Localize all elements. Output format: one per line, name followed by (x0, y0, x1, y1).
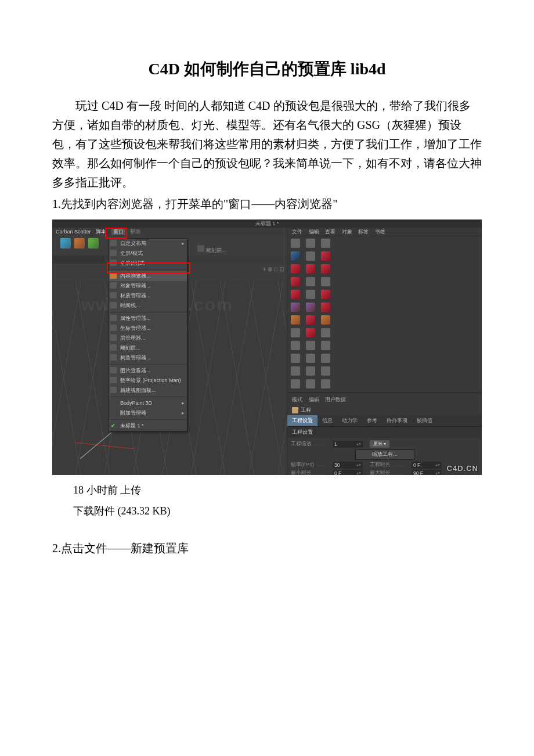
scale-unit[interactable]: 厘米 ▾ (370, 440, 389, 448)
palette-icon[interactable] (321, 354, 330, 363)
palette-icon[interactable] (291, 366, 300, 376)
om-view[interactable]: 查看 (325, 229, 335, 235)
palette-icon[interactable] (291, 251, 300, 261)
menu-item-attr-mgr[interactable]: 属性管理器... (109, 314, 187, 323)
palette-icon[interactable] (321, 315, 330, 325)
cube-icon[interactable] (74, 238, 85, 249)
palette-icon[interactable] (306, 328, 315, 337)
palette-icon[interactable] (306, 315, 315, 325)
projtime-label: 工程时长 (370, 462, 412, 469)
palette-icon[interactable] (291, 303, 300, 312)
palette-icon[interactable] (321, 277, 330, 286)
mode-userdata[interactable]: 用户数据 (325, 397, 346, 402)
palette-icon[interactable] (291, 290, 300, 299)
palette-icon[interactable] (306, 379, 315, 388)
menu-item-material-mgr[interactable]: 材质管理器... (109, 291, 187, 301)
palette-icon[interactable] (306, 239, 315, 248)
palette-icon[interactable] (291, 239, 300, 248)
palette-icon[interactable] (321, 328, 330, 337)
upload-time: 18 小时前 上传 (52, 480, 482, 501)
tab-interp[interactable]: 帧插值 (412, 415, 437, 426)
palette-icon[interactable] (291, 354, 300, 363)
menu-item-layout[interactable]: 自定义布局▸ (109, 239, 187, 249)
om-file[interactable]: 文件 (292, 229, 302, 235)
tab-info[interactable]: 信息 (317, 415, 337, 426)
palette-icon[interactable] (291, 379, 300, 388)
tab-todo[interactable]: 待办事项 (382, 415, 412, 426)
project-icon (292, 407, 298, 413)
om-tags[interactable]: 标签 (358, 229, 369, 235)
om-object[interactable]: 对象 (342, 229, 352, 235)
cube-icon[interactable] (60, 238, 71, 249)
palette-icon[interactable] (306, 264, 315, 273)
palette-icon[interactable] (306, 366, 315, 376)
menu-item-picture-viewer[interactable]: 图片查看器... (109, 366, 187, 376)
viewport-toolbar: 雕刻层... (197, 245, 226, 254)
object-manager-menu: 文件 编辑 查看 对象 标签 书签 (287, 228, 482, 236)
palette-icon[interactable] (306, 277, 315, 286)
menu-item-extra-mgr[interactable]: 附加管理器▸ (109, 408, 187, 418)
viewport-nav-icons[interactable]: + ⊕ □ ⊡ (263, 266, 284, 272)
palette-icon[interactable] (306, 341, 315, 350)
palette-icon[interactable] (306, 354, 315, 363)
menu-item-sculpt-layer[interactable]: 雕刻层... (109, 343, 187, 353)
palette-icon[interactable] (321, 303, 330, 312)
window-menu-dropdown[interactable]: 自定义布局▸ 全屏/模式 全屏(组)式 内容浏览器... 对象管理器... 材质… (108, 238, 187, 431)
mode-mode[interactable]: 模式 (292, 397, 302, 402)
palette-icon[interactable] (306, 303, 315, 312)
menubar-carbon[interactable]: Carbon Scatter (56, 229, 91, 235)
menubar-script[interactable]: 脚本 (96, 229, 106, 235)
scale-value[interactable]: 1▴▾ (333, 441, 363, 448)
sculpt-icon[interactable] (197, 245, 204, 252)
menu-item-coord-mgr[interactable]: 坐标管理器... (109, 323, 187, 333)
menu-item-new-viewport[interactable]: 新建视图面板... (109, 386, 187, 395)
menu-item-fullscreen1[interactable]: 全屏/模式 (109, 249, 187, 258)
palette-icon[interactable] (291, 277, 300, 286)
menu-item-timeline[interactable]: 时间线... (109, 301, 187, 311)
palette-icon[interactable] (291, 315, 300, 325)
menubar-window[interactable]: 窗口 (111, 228, 125, 235)
step-2: 2.点击文件——新建预置库 (52, 539, 482, 558)
menu-item-content-browser[interactable]: 内容浏览器... (109, 271, 187, 281)
om-bookmark[interactable]: 书签 (375, 229, 385, 235)
palette-icon[interactable] (321, 341, 330, 350)
palette-icon[interactable] (321, 379, 330, 388)
palette-icon[interactable] (321, 251, 330, 261)
palette-icon[interactable] (321, 264, 330, 273)
max-value[interactable]: 90 F▴▾ (412, 470, 442, 475)
download-attachment[interactable]: 下载附件 (243.32 KB) (52, 501, 482, 521)
om-edit[interactable]: 编辑 (309, 229, 319, 235)
palette-icon[interactable] (291, 341, 300, 350)
menu-item-bodypaint[interactable]: BodyPaint 3D▸ (109, 398, 187, 408)
palette-icon[interactable] (321, 290, 330, 299)
min-value[interactable]: 0 F▴▾ (333, 470, 363, 475)
page-title: C4D 如何制作自己的预置库 lib4d (52, 58, 482, 80)
palette-icon[interactable] (306, 290, 315, 299)
palette-icon[interactable] (291, 264, 300, 273)
project-row: 工程 (287, 405, 482, 415)
palette-icon[interactable] (306, 251, 315, 261)
scale-project-button[interactable]: 缩放工程... (355, 449, 414, 460)
projtime-value[interactable]: 0 F▴▾ (412, 462, 442, 469)
attribute-tabs: 工程设置 信息 动力学 参考 待办事项 帧插值 (287, 415, 482, 426)
menu-item-untitled[interactable]: ✔未标题 1 * (109, 421, 187, 431)
menu-item-fullscreen2[interactable]: 全屏(组)式 (109, 258, 187, 268)
menu-item-object-mgr[interactable]: 对象管理器... (109, 281, 187, 291)
menu-item-layer-mgr[interactable]: 层管理器... (109, 333, 187, 343)
tab-reference[interactable]: 参考 (362, 415, 382, 426)
mode-edit[interactable]: 编辑 (309, 397, 319, 402)
palette-icon[interactable] (321, 366, 330, 376)
menu-item-projection-man[interactable]: 数字绘景 (Projection Man) (109, 376, 187, 386)
palette-icon[interactable] (321, 239, 330, 248)
fps-value[interactable]: 30▴▾ (333, 462, 363, 469)
tab-project-settings[interactable]: 工程设置 (287, 415, 317, 426)
cube-icon[interactable] (88, 238, 99, 249)
scale-label: 工程缩放 (291, 441, 333, 448)
tab-dynamics[interactable]: 动力学 (337, 415, 362, 426)
palette-icon[interactable] (291, 328, 300, 337)
c4d-screenshot: 未标题 1 * 背景 Carbon Scatter 脚本 窗口 帮助 雕刻层..… (52, 219, 482, 475)
menubar-help[interactable]: 帮助 (130, 229, 140, 235)
step-1: 1.先找到内容浏览器，打开菜单的"窗口——内容浏览器" (52, 195, 482, 214)
menu-item-struct-mgr[interactable]: 构造管理器... (109, 353, 187, 363)
right-panel: 文件 编辑 查看 对象 标签 书签 模式 编辑 用户数据 (287, 228, 482, 475)
